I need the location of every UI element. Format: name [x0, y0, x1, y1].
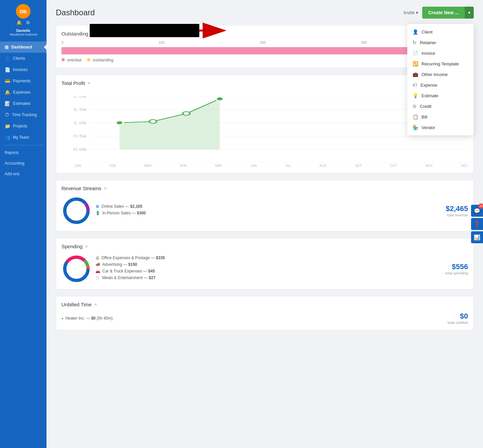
help-widget-button[interactable]: ❓ — [471, 218, 483, 230]
dropdown-item-recurring-template[interactable]: 🔁 Recurring Template — [407, 58, 474, 69]
svg-text:1.5k: 1.5k — [73, 108, 87, 112]
clients-icon: 👤 — [5, 56, 10, 61]
notification-icon[interactable]: 🔔 — [16, 20, 22, 25]
settings-icon[interactable]: ⚙ — [26, 20, 30, 25]
dropdown-item-bill[interactable]: 📋 Bill — [407, 112, 474, 122]
sidebar-label-invoices: Invoices — [13, 67, 28, 72]
create-new-group: Create New ... ▾ — [422, 7, 474, 19]
svg-text:1.0k: 1.0k — [73, 121, 87, 125]
projects-icon: 📁 — [5, 123, 10, 129]
dropdown-item-other-income[interactable]: 💼 Other Income — [407, 69, 474, 80]
overdue-legend-dot — [61, 58, 65, 61]
spending-filter-icon[interactable]: ≡ — [85, 244, 88, 249]
advertising-icon: 📣 — [95, 262, 100, 267]
revenue-streams-legend: 🖥 Online Sales — $2,165 💲 In-Person Sale… — [95, 204, 442, 217]
svg-text:0.5k: 0.5k — [73, 134, 87, 138]
avatar[interactable]: DB — [16, 4, 31, 19]
spending-content: 🖨 Office Expenses & Postage — $335 📣 Adv… — [61, 254, 468, 284]
analytics-widget-button[interactable]: 📊 — [471, 231, 483, 243]
revenue-streams-total: $2,465 total revenue — [446, 204, 468, 217]
svg-text:2.0k: 2.0k — [73, 96, 87, 99]
sidebar-item-my-team[interactable]: 👥 My Team — [0, 132, 47, 143]
unbilled-total: $0 total unbilled — [447, 312, 468, 325]
in-person-sales-icon: 💲 — [95, 211, 100, 215]
revenue-streams-filter-icon[interactable]: ≡ — [104, 186, 107, 191]
unbilled-time-section: Unbilled Time ≡ ● Heater Inc. — $0 (5h 4… — [56, 296, 474, 330]
recurring-template-icon: 🔁 — [413, 61, 418, 66]
sidebar-label-dashboard: Dashboard — [11, 45, 32, 49]
spending-item-office: 🖨 Office Expenses & Postage — $335 — [95, 256, 441, 260]
svg-point-17 — [183, 112, 190, 115]
revenue-item-online-sales: 🖥 Online Sales — $2,165 — [95, 204, 442, 209]
sidebar-item-dashboard[interactable]: ⊞ Dashboard — [0, 41, 47, 53]
spending-item-advertising: 📣 Advertising — $150 — [95, 262, 441, 267]
analytics-icon: 📊 — [474, 234, 480, 241]
header-actions: Invite ▾ Create New ... ▾ 👤 Client ↻ Ret… — [404, 7, 474, 19]
overdue-bar — [61, 47, 448, 54]
revenue-streams-section: Revenue Streams ≡ 🖥 Online Sales — $2,16… — [56, 180, 474, 231]
help-icon: ❓ — [474, 221, 480, 227]
sidebar-item-invoices[interactable]: 📄 Invoices — [0, 64, 47, 75]
total-profit-title: Total Profit ≡ — [61, 80, 90, 86]
spending-donut-chart — [61, 254, 91, 284]
revenue-streams-title: Revenue Streams ≡ — [61, 186, 468, 191]
dashboard-icon: ⊞ — [5, 44, 9, 50]
revenue-streams-content: 🖥 Online Sales — $2,165 💲 In-Person Sale… — [61, 196, 468, 226]
svg-point-18 — [216, 97, 224, 101]
car-icon: 🚗 — [95, 269, 100, 273]
spending-title: Spending ≡ — [61, 244, 468, 249]
page-title: Dashboard — [56, 8, 95, 17]
sidebar-label-expenses: Expenses — [13, 90, 31, 95]
sidebar-label-accounting: Accounting — [5, 161, 24, 166]
sidebar-item-reports[interactable]: Reports — [0, 147, 47, 158]
sidebar-item-expenses[interactable]: 🔔 Expenses — [0, 87, 47, 98]
svg-point-26 — [67, 260, 86, 278]
unbilled-legend: ● Heater Inc. — $0 (5h 45m) — [61, 316, 443, 321]
user-company: Wanderlust Explored — [9, 33, 37, 36]
svg-point-15 — [116, 121, 123, 124]
main-navigation: ⊞ Dashboard 👤 Clients 📄 Invoices 💳 Payme… — [0, 41, 47, 179]
dropdown-item-invoice[interactable]: 📄 Invoice — [407, 48, 474, 58]
chat-widget-button[interactable]: 💬 29 — [471, 205, 483, 217]
estimate-icon: 💡 — [413, 93, 418, 98]
sidebar-label-clients: Clients — [13, 56, 25, 61]
user-name: Danielle — [16, 29, 30, 33]
expense-icon: 🏷 — [413, 82, 417, 88]
spending-legend: 🖨 Office Expenses & Postage — $335 📣 Adv… — [95, 256, 441, 282]
svg-text:0.0k: 0.0k — [73, 147, 87, 152]
user-profile: DB 🔔 ⚙ Danielle Wanderlust Explored — [0, 4, 47, 36]
sidebar-item-accounting[interactable]: Accounting — [0, 158, 47, 169]
dropdown-item-vendor[interactable]: 🏪 Vendor — [407, 122, 474, 133]
filter-icon[interactable]: ≡ — [88, 81, 90, 86]
sidebar-item-clients[interactable]: 👤 Clients — [0, 53, 47, 64]
bill-icon: 📋 — [413, 114, 418, 119]
revenue-total-amount: $2,465 — [446, 204, 468, 213]
svg-point-21 — [67, 201, 86, 220]
spending-total: $556 total spending — [445, 262, 468, 275]
revenue-item-in-person-sales: 💲 In-Person Sales — $300 — [95, 211, 442, 215]
dropdown-item-expense[interactable]: 🏷 Expense — [407, 80, 474, 90]
unbilled-filter-icon[interactable]: ≡ — [94, 302, 97, 307]
sidebar-item-projects[interactable]: 📁 Projects — [0, 120, 47, 132]
sidebar-label-time-tracking: Time Tracking — [12, 112, 37, 117]
dropdown-item-estimate[interactable]: 💡 Estimate — [407, 90, 474, 101]
outstanding-legend-item: outstanding — [87, 58, 113, 62]
sidebar: DB 🔔 ⚙ Danielle Wanderlust Explored ⊞ Da… — [0, 0, 47, 448]
create-new-button[interactable]: Create New ... — [422, 7, 465, 19]
svg-point-16 — [149, 119, 156, 123]
time-tracking-icon: ⏱ — [5, 112, 9, 117]
sidebar-item-addons[interactable]: Add-ons — [0, 169, 47, 179]
dropdown-item-credit[interactable]: ⊙ Credit — [407, 101, 474, 112]
client-icon: 👤 — [413, 29, 418, 35]
spending-total-label: total spending — [445, 271, 468, 275]
revenue-total-label: total revenue — [446, 213, 468, 217]
dropdown-item-retainer[interactable]: ↻ Retainer — [407, 37, 474, 48]
dropdown-item-client[interactable]: 👤 Client — [407, 27, 474, 37]
create-new-chevron-button[interactable]: ▾ — [465, 7, 474, 19]
sidebar-item-estimates[interactable]: 📝 Estimates — [0, 98, 47, 109]
unbilled-time-title: Unbilled Time ≡ — [61, 302, 468, 307]
sidebar-item-time-tracking[interactable]: ⏱ Time Tracking — [0, 109, 47, 120]
invite-button[interactable]: Invite ▾ — [404, 10, 418, 15]
sidebar-item-payments[interactable]: 💳 Payments — [0, 75, 47, 87]
spending-item-meals: 🍴 Meals & Entertainment — $27 — [95, 275, 441, 280]
